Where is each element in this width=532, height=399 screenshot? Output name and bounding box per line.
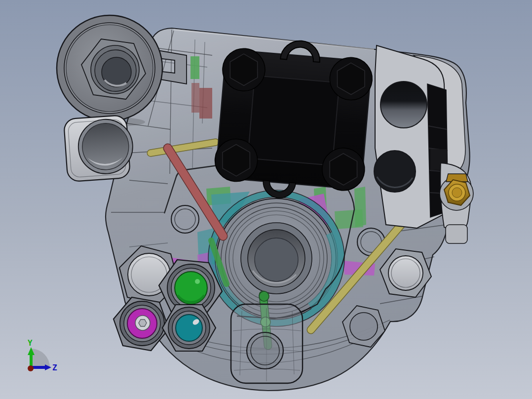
brass-mount-cylinder bbox=[446, 225, 467, 243]
plug-magenta-hex-socket bbox=[139, 319, 147, 326]
orientation-triad[interactable]: Y Z bbox=[28, 338, 57, 372]
mounting-plate[interactable] bbox=[374, 45, 448, 228]
dark-red-valve-upper[interactable] bbox=[191, 83, 199, 113]
solenoid-inner-recess bbox=[248, 76, 339, 165]
plate-hole-lower[interactable] bbox=[374, 151, 416, 192]
model-scene[interactable]: Y Z bbox=[0, 0, 532, 399]
z-axis-label: Z bbox=[52, 363, 57, 372]
plug-green-face[interactable] bbox=[175, 272, 207, 304]
dark-red-valve[interactable] bbox=[199, 88, 212, 119]
cad-viewport[interactable]: Y Z bbox=[0, 0, 532, 399]
dome-cover[interactable] bbox=[231, 304, 303, 383]
green-rod-top bbox=[259, 291, 269, 301]
diaphragm-bore-inner bbox=[255, 238, 298, 281]
green-plate-right-3[interactable] bbox=[335, 209, 363, 229]
hex-boss-right-small-face bbox=[350, 313, 378, 340]
plate-hole-upper[interactable] bbox=[380, 81, 427, 128]
plug-green-glint bbox=[195, 279, 200, 284]
hex-boss-right-large-face bbox=[388, 256, 423, 290]
green-block-top[interactable] bbox=[190, 56, 199, 79]
y-axis-label: Y bbox=[28, 338, 33, 348]
origin-dot bbox=[28, 365, 34, 371]
triad-fan bbox=[31, 349, 50, 367]
dome-hole[interactable] bbox=[247, 332, 283, 369]
solenoid-block[interactable] bbox=[212, 35, 375, 205]
brass-nut-center bbox=[452, 188, 462, 198]
plug-teal-face[interactable] bbox=[176, 315, 202, 341]
side-flange[interactable] bbox=[64, 115, 135, 182]
plug-magenta-boss[interactable] bbox=[114, 297, 169, 351]
